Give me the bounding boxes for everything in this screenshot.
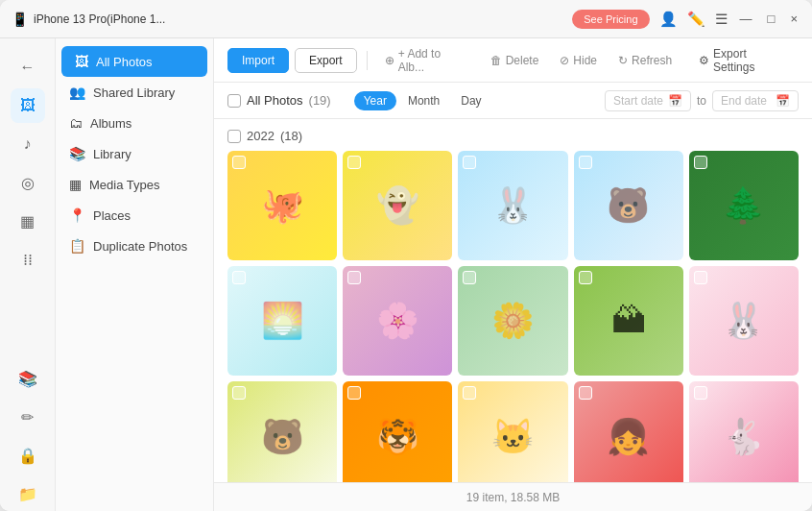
year-select-checkbox[interactable] bbox=[227, 130, 241, 143]
hide-icon: ⊘ bbox=[560, 54, 569, 67]
photo-checkbox-8[interactable] bbox=[463, 271, 476, 284]
photo-cell-12[interactable]: 🐯 bbox=[343, 381, 452, 482]
photo-cell-10[interactable]: 🐰 bbox=[689, 266, 799, 376]
title-bar-actions: See Pricing 👤 ✏️ ☰ — □ × bbox=[572, 10, 800, 29]
all-photos-header-label: All Photos bbox=[247, 93, 303, 108]
photo-cell-9[interactable]: 🏔 bbox=[574, 266, 683, 376]
export-settings-button[interactable]: ⚙ Export Settings bbox=[691, 43, 799, 78]
photo-checkbox-2[interactable] bbox=[347, 156, 361, 169]
maximize-button[interactable]: □ bbox=[765, 12, 778, 26]
photo-checkbox-9[interactable] bbox=[579, 271, 592, 284]
sidebar-music-icon[interactable]: ♪ bbox=[11, 127, 45, 161]
sidebar-folder-icon[interactable]: 📁 bbox=[11, 476, 45, 511]
shared-library-icon: 👥 bbox=[69, 85, 85, 100]
start-date-input[interactable]: Start date 📅 bbox=[605, 90, 691, 111]
places-label: Places bbox=[93, 208, 131, 223]
date-filter: Year Month Day bbox=[354, 91, 491, 110]
select-all-wrap: All Photos (19) bbox=[227, 93, 331, 108]
export-button[interactable]: Export bbox=[295, 48, 357, 73]
toolbar-separator-1 bbox=[367, 51, 368, 70]
photo-cell-8[interactable]: 🌼 bbox=[458, 266, 567, 376]
refresh-button[interactable]: ↻ Refresh bbox=[610, 49, 680, 72]
photos-header: All Photos (19) Year Month Day Start dat… bbox=[214, 83, 812, 119]
duplicate-photos-icon: 📋 bbox=[69, 238, 85, 254]
photo-grid-container: 2022 (18) 🐙 👻 🐰 bbox=[214, 119, 812, 482]
account-icon[interactable]: 👤 bbox=[659, 11, 678, 28]
menu-icon[interactable]: ☰ bbox=[715, 11, 728, 28]
nav-all-photos[interactable]: 🖼 All Photos bbox=[61, 46, 207, 77]
add-to-album-button[interactable]: ⊕ + Add to Alb... bbox=[377, 42, 477, 79]
see-pricing-button[interactable]: See Pricing bbox=[572, 10, 649, 29]
photo-cell-3[interactable]: 🐰 bbox=[458, 151, 567, 260]
select-all-checkbox[interactable] bbox=[227, 94, 241, 108]
photo-cell-2[interactable]: 👻 bbox=[343, 151, 452, 260]
date-range: Start date 📅 to End date 📅 bbox=[605, 90, 799, 111]
sidebar-photos-icon[interactable]: 🖼 bbox=[11, 88, 45, 123]
sidebar-clock-icon[interactable]: ◎ bbox=[11, 165, 45, 200]
shared-library-label: Shared Library bbox=[93, 85, 175, 100]
photo-checkbox-6[interactable] bbox=[232, 271, 246, 284]
photo-checkbox-14[interactable] bbox=[579, 386, 592, 400]
filter-day-button[interactable]: Day bbox=[451, 91, 490, 110]
photo-checkbox-15[interactable] bbox=[694, 386, 707, 400]
nav-library[interactable]: 📚 Library bbox=[56, 138, 213, 169]
filter-month-button[interactable]: Month bbox=[398, 91, 449, 110]
nav-albums[interactable]: 🗂 Albums bbox=[56, 108, 213, 138]
photo-checkbox-11[interactable] bbox=[232, 386, 246, 400]
nav-media-types[interactable]: ▦ Media Types bbox=[56, 169, 213, 200]
media-types-icon: ▦ bbox=[69, 177, 82, 192]
device-info: 📱 iPhone 13 Pro(iPhone 1... bbox=[12, 12, 564, 27]
photo-cell-6[interactable]: 🌅 bbox=[227, 266, 337, 376]
library-icon: 📚 bbox=[69, 146, 85, 161]
sidebar-books-icon[interactable]: 📚 bbox=[11, 361, 45, 396]
photo-checkbox-13[interactable] bbox=[463, 386, 476, 400]
photo-cell-15[interactable]: 🐇 bbox=[689, 381, 799, 482]
all-photos-icon: 🖼 bbox=[75, 54, 88, 69]
photo-checkbox-12[interactable] bbox=[347, 386, 361, 400]
export-settings-label: Export Settings bbox=[713, 47, 791, 74]
refresh-icon: ↻ bbox=[618, 54, 628, 67]
sidebar-pencil-icon[interactable]: ✏ bbox=[11, 400, 45, 434]
photo-cell-1[interactable]: 🐙 bbox=[227, 151, 337, 260]
photo-cell-5[interactable]: 🌲 bbox=[689, 151, 799, 260]
photo-checkbox-7[interactable] bbox=[347, 271, 361, 284]
end-calendar-icon: 📅 bbox=[776, 94, 790, 108]
photo-cell-13[interactable]: 🐱 bbox=[458, 381, 567, 482]
photo-checkbox-10[interactable] bbox=[694, 271, 707, 284]
photo-cell-4[interactable]: 🐻 bbox=[574, 151, 683, 260]
photo-checkbox-4[interactable] bbox=[579, 156, 592, 169]
delete-label: Delete bbox=[506, 54, 539, 67]
sidebar-apps-icon[interactable]: ⁞⁞ bbox=[11, 242, 45, 277]
photo-checkbox-5[interactable] bbox=[694, 156, 707, 169]
photo-cell-7[interactable]: 🌸 bbox=[343, 266, 452, 376]
add-to-album-icon: ⊕ bbox=[385, 54, 394, 67]
end-date-input[interactable]: End date 📅 bbox=[712, 90, 799, 111]
sidebar-device-icon[interactable]: ▦ bbox=[11, 204, 45, 238]
places-icon: 📍 bbox=[69, 207, 85, 223]
nav-duplicate-photos[interactable]: 📋 Duplicate Photos bbox=[56, 231, 213, 261]
delete-button[interactable]: 🗑 Delete bbox=[483, 49, 547, 72]
photo-cell-14[interactable]: 👧 bbox=[574, 381, 683, 482]
filter-year-button[interactable]: Year bbox=[354, 91, 396, 110]
edit-icon[interactable]: ✏️ bbox=[687, 11, 705, 28]
close-button[interactable]: × bbox=[787, 12, 800, 26]
hide-button[interactable]: ⊘ Hide bbox=[552, 49, 605, 72]
photo-cell-11[interactable]: 🐻 bbox=[227, 381, 337, 482]
minimize-button[interactable]: — bbox=[737, 12, 755, 26]
hide-label: Hide bbox=[573, 54, 597, 67]
device-name: iPhone 13 Pro(iPhone 1... bbox=[34, 12, 165, 26]
photo-checkbox-1[interactable] bbox=[232, 156, 246, 169]
end-date-placeholder: End date bbox=[721, 94, 767, 108]
all-photos-label: All Photos bbox=[96, 55, 153, 69]
albums-icon: 🗂 bbox=[69, 115, 83, 131]
date-to-label: to bbox=[697, 94, 706, 108]
icon-sidebar: ← 🖼 ♪ ◎ ▦ ⁞⁞ 📚 ✏ 🔒 📁 bbox=[0, 38, 56, 511]
status-text: 19 item, 18.58 MB bbox=[466, 491, 560, 504]
year-value: 2022 bbox=[247, 129, 275, 143]
photo-checkbox-3[interactable] bbox=[463, 156, 476, 169]
sidebar-back-icon[interactable]: ← bbox=[11, 50, 45, 85]
sidebar-lock-icon[interactable]: 🔒 bbox=[11, 438, 45, 473]
nav-places[interactable]: 📍 Places bbox=[56, 200, 213, 231]
import-button[interactable]: Import bbox=[227, 48, 289, 73]
nav-shared-library[interactable]: 👥 Shared Library bbox=[56, 77, 213, 108]
